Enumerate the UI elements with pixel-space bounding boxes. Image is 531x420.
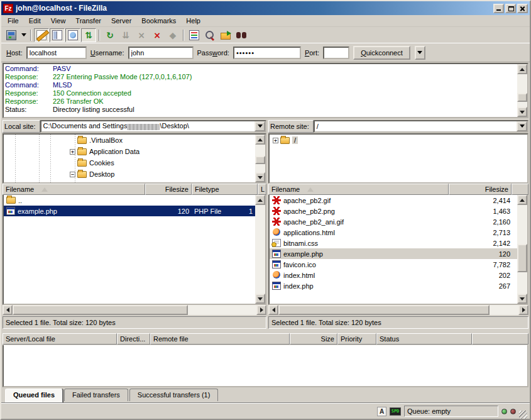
local-list-hscrollbar[interactable] <box>3 305 266 315</box>
collapse-icon[interactable]: − <box>70 172 75 177</box>
list-item[interactable]: apache_pb2.png 1,463 <box>270 206 517 216</box>
column-last-modified[interactable]: L <box>258 184 266 195</box>
scroll-thumb[interactable] <box>517 244 527 272</box>
scroll-thumb[interactable] <box>255 156 265 164</box>
search-button[interactable] <box>202 28 217 42</box>
column-filesize[interactable]: Filesize <box>449 184 512 195</box>
column-size[interactable]: Size <box>290 333 337 345</box>
remote-site-dropdown[interactable] <box>517 121 527 131</box>
remote-list-scrollbar[interactable] <box>517 195 527 304</box>
scroll-thumb[interactable] <box>13 305 188 315</box>
close-button[interactable] <box>517 4 528 13</box>
maximize-button[interactable] <box>505 4 516 13</box>
filezilla-app-icon: Fz <box>3 4 13 13</box>
menu-edit[interactable]: Edit <box>24 16 46 26</box>
username-input[interactable] <box>128 47 194 59</box>
list-item-example-php[interactable]: example.php 120 PHP File 1 <box>4 206 255 216</box>
resize-grip[interactable] <box>519 411 527 419</box>
site-manager-dropdown[interactable] <box>19 28 28 42</box>
list-item[interactable]: index.php 267 <box>270 280 517 291</box>
list-item[interactable]: apache_pb2_ani.gif 2,160 <box>270 216 517 227</box>
column-filetype[interactable]: Filetype <box>192 184 258 195</box>
toggle-local-tree-button[interactable] <box>50 28 65 42</box>
activity-led-red-icon <box>510 409 516 414</box>
column-direction[interactable]: Directi... <box>117 333 150 345</box>
tab-failed-transfers[interactable]: Failed transfers <box>64 389 128 401</box>
tree-item-cookies[interactable]: Cookies <box>4 157 255 169</box>
expand-icon[interactable]: + <box>273 138 278 143</box>
process-queue-button[interactable]: ⇊ <box>118 28 133 42</box>
filter-button[interactable] <box>187 28 202 42</box>
local-list-scrollbar[interactable] <box>255 195 265 304</box>
scroll-down-button[interactable] <box>255 172 265 182</box>
disconnect-button[interactable]: × <box>150 28 165 42</box>
scroll-down-button[interactable] <box>517 107 527 117</box>
minimize-button[interactable] <box>493 4 504 13</box>
tree-item-application-data[interactable]: +Application Data <box>4 146 255 157</box>
site-manager-button[interactable] <box>4 28 19 42</box>
scroll-right-button[interactable] <box>256 305 266 315</box>
queue-body[interactable] <box>3 345 528 387</box>
list-item-selected[interactable]: example.php 120 <box>270 248 517 259</box>
compare-button[interactable] <box>234 28 249 42</box>
toggle-remote-tree-button[interactable] <box>65 28 80 42</box>
local-tree-scrollbar[interactable] <box>255 135 265 182</box>
column-filename[interactable]: Filename <box>3 184 145 195</box>
scroll-up-button[interactable] <box>255 195 265 205</box>
quickconnect-dropdown[interactable] <box>415 46 425 60</box>
remote-list-hscrollbar[interactable] <box>268 305 528 315</box>
remote-site-combo[interactable]: / <box>314 120 528 133</box>
tab-successful-transfers[interactable]: Successful transfers (1) <box>129 389 219 401</box>
column-status[interactable]: Status <box>376 333 472 345</box>
scroll-down-button[interactable] <box>517 294 527 304</box>
list-item[interactable]: bitnami.css 2,142 <box>270 238 517 248</box>
scroll-down-button[interactable] <box>255 294 265 304</box>
menu-view[interactable]: View <box>46 16 71 26</box>
list-item[interactable]: applications.html 2,713 <box>270 227 517 238</box>
password-input[interactable] <box>233 47 301 59</box>
scroll-up-button[interactable] <box>255 135 265 145</box>
quickconnect-button[interactable]: Quickconnect <box>353 46 410 60</box>
scroll-up-button[interactable] <box>517 64 527 74</box>
menu-bookmarks[interactable]: Bookmarks <box>136 16 181 26</box>
tree-item-root[interactable]: +/ <box>270 135 527 146</box>
sync-browse-button[interactable] <box>218 28 233 42</box>
transfer-type-ascii-icon[interactable]: A <box>377 407 386 416</box>
local-site-dropdown[interactable] <box>255 121 265 131</box>
list-item-parent-dir[interactable]: .. <box>4 195 255 206</box>
port-input[interactable] <box>323 47 349 59</box>
column-remote-file[interactable]: Remote file <box>150 333 290 345</box>
tab-queued-files[interactable]: Queued files <box>5 389 63 402</box>
log-scrollbar[interactable] <box>517 64 527 117</box>
scroll-left-button[interactable] <box>3 305 13 315</box>
titlebar[interactable]: Fz john@localhost - FileZilla <box>1 1 530 15</box>
cancel-button[interactable]: × <box>134 28 149 42</box>
scroll-right-button[interactable] <box>518 305 528 315</box>
column-server-local-file[interactable]: Server/Local file <box>3 333 117 345</box>
column-filesize[interactable]: Filesize <box>145 184 192 195</box>
list-item[interactable]: index.html 202 <box>270 270 517 280</box>
menu-file[interactable]: File <box>3 16 24 26</box>
scroll-up-button[interactable] <box>517 195 527 205</box>
refresh-button[interactable]: ↻ <box>102 28 118 42</box>
speed-limits-icon[interactable]: SPD <box>390 407 401 416</box>
toggle-queue-button[interactable]: ⇅ <box>81 28 96 42</box>
menu-transfer[interactable]: Transfer <box>70 16 106 26</box>
tree-item-virtualbox[interactable]: .VirtualBox <box>4 135 255 146</box>
menu-help[interactable]: Help <box>181 16 205 26</box>
scroll-thumb[interactable] <box>278 305 490 315</box>
toggle-log-button[interactable] <box>34 28 49 42</box>
reconnect-button[interactable]: ◆ <box>165 28 180 42</box>
queue-splitter[interactable] <box>1 329 530 333</box>
column-filename[interactable]: Filename <box>268 184 449 195</box>
column-priority[interactable]: Priority <box>337 333 376 345</box>
list-item[interactable]: favicon.ico 7,782 <box>270 259 517 270</box>
menu-server[interactable]: Server <box>106 16 136 26</box>
expand-icon[interactable]: + <box>70 149 75 155</box>
scroll-left-button[interactable] <box>268 305 278 315</box>
scroll-thumb[interactable] <box>517 93 527 102</box>
local-site-combo[interactable]: C:\Documents and Settings\Desktop\ <box>40 120 266 133</box>
list-item[interactable]: apache_pb2.gif 2,414 <box>270 195 517 206</box>
tree-item-desktop[interactable]: −Desktop <box>4 169 255 180</box>
host-input[interactable] <box>26 47 87 59</box>
